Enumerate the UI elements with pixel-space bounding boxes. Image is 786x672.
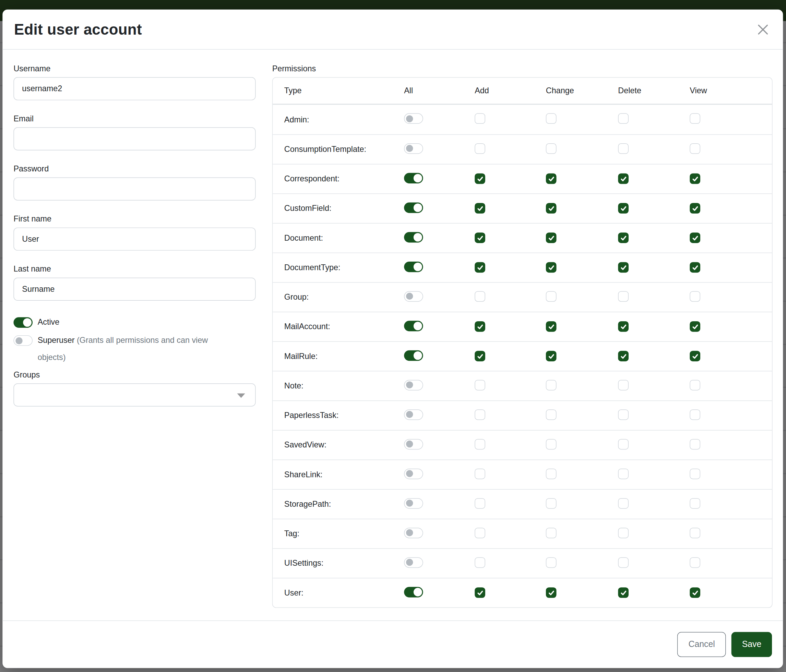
- permission-change-checkbox[interactable]: [546, 113, 556, 124]
- permission-all-toggle[interactable]: [404, 291, 423, 302]
- check-icon: [548, 264, 555, 271]
- permission-delete-checkbox[interactable]: [618, 113, 629, 124]
- permission-all-toggle[interactable]: [404, 527, 423, 538]
- permission-add-checkbox[interactable]: [475, 468, 485, 479]
- permission-add-checkbox[interactable]: [475, 291, 485, 302]
- permission-view-checkbox[interactable]: [690, 203, 700, 214]
- permission-change-checkbox[interactable]: [546, 557, 556, 568]
- permission-view-checkbox[interactable]: [690, 143, 700, 154]
- permission-view-checkbox[interactable]: [690, 113, 700, 124]
- permission-change-checkbox[interactable]: [546, 351, 556, 362]
- permission-change-checkbox[interactable]: [546, 233, 556, 243]
- permission-change-checkbox[interactable]: [546, 262, 556, 273]
- permission-change-checkbox[interactable]: [546, 380, 556, 390]
- superuser-toggle[interactable]: [13, 335, 33, 346]
- permission-change-checkbox[interactable]: [546, 527, 556, 538]
- permission-delete-checkbox[interactable]: [618, 557, 629, 568]
- permission-delete-checkbox[interactable]: [618, 468, 629, 479]
- username-input[interactable]: [13, 77, 255, 100]
- permission-add-checkbox[interactable]: [475, 409, 485, 420]
- permission-all-toggle[interactable]: [404, 439, 423, 449]
- last-name-input[interactable]: [13, 278, 255, 301]
- permission-change-checkbox[interactable]: [546, 143, 556, 154]
- permission-delete-checkbox[interactable]: [618, 291, 629, 302]
- permission-view-checkbox[interactable]: [690, 527, 700, 538]
- permission-all-toggle[interactable]: [404, 113, 423, 124]
- permission-all-toggle[interactable]: [404, 380, 423, 390]
- permission-delete-checkbox[interactable]: [618, 262, 629, 273]
- permission-view-checkbox[interactable]: [690, 321, 700, 332]
- permission-view-checkbox[interactable]: [690, 557, 700, 568]
- permission-add-checkbox[interactable]: [475, 557, 485, 568]
- cancel-button[interactable]: Cancel: [677, 632, 726, 657]
- permission-add-checkbox[interactable]: [475, 527, 485, 538]
- groups-select[interactable]: [13, 383, 255, 406]
- save-button[interactable]: Save: [731, 632, 772, 657]
- permission-view-checkbox[interactable]: [690, 351, 700, 362]
- permission-change-checkbox[interactable]: [546, 439, 556, 449]
- password-input[interactable]: [13, 177, 255, 200]
- permission-view-checkbox[interactable]: [690, 233, 700, 243]
- permission-all-toggle[interactable]: [404, 261, 423, 272]
- permission-view-checkbox[interactable]: [690, 498, 700, 509]
- permission-delete-checkbox[interactable]: [618, 588, 629, 598]
- permission-add-checkbox[interactable]: [475, 233, 485, 243]
- permission-add-checkbox[interactable]: [475, 439, 485, 449]
- permission-change-checkbox[interactable]: [546, 409, 556, 420]
- close-button[interactable]: [753, 19, 773, 39]
- permission-add-checkbox[interactable]: [475, 380, 485, 390]
- permission-delete-checkbox[interactable]: [618, 233, 629, 243]
- permission-delete-checkbox[interactable]: [618, 527, 629, 538]
- permission-add-checkbox[interactable]: [475, 143, 485, 154]
- permission-delete-checkbox[interactable]: [618, 173, 629, 184]
- permission-change-checkbox[interactable]: [546, 498, 556, 509]
- permission-delete-checkbox[interactable]: [618, 321, 629, 332]
- permission-change-checkbox[interactable]: [546, 291, 556, 302]
- permission-all-toggle[interactable]: [404, 320, 423, 331]
- active-toggle[interactable]: [13, 317, 33, 328]
- permission-delete-checkbox[interactable]: [618, 351, 629, 362]
- permission-add-checkbox[interactable]: [475, 351, 485, 362]
- first-name-input[interactable]: [13, 228, 255, 251]
- permission-view-checkbox[interactable]: [690, 409, 700, 420]
- permission-all-toggle[interactable]: [404, 409, 423, 420]
- permission-all-toggle[interactable]: [404, 587, 423, 597]
- permission-all-toggle[interactable]: [404, 468, 423, 479]
- permission-view-checkbox[interactable]: [690, 262, 700, 273]
- permission-add-checkbox[interactable]: [475, 173, 485, 184]
- permission-delete-checkbox[interactable]: [618, 439, 629, 449]
- permission-all-toggle[interactable]: [404, 232, 423, 242]
- permission-change-checkbox[interactable]: [546, 203, 556, 214]
- active-label: Active: [38, 314, 60, 331]
- permission-add-checkbox[interactable]: [475, 113, 485, 124]
- permission-all-toggle[interactable]: [404, 202, 423, 213]
- permission-view-checkbox[interactable]: [690, 439, 700, 449]
- permission-change-checkbox[interactable]: [546, 173, 556, 184]
- permission-all-toggle[interactable]: [404, 173, 423, 184]
- permission-add-checkbox[interactable]: [475, 588, 485, 598]
- permission-row: Document:: [273, 223, 772, 252]
- permission-add-checkbox[interactable]: [475, 203, 485, 214]
- permission-all-toggle[interactable]: [404, 498, 423, 509]
- permission-view-checkbox[interactable]: [690, 291, 700, 302]
- email-input[interactable]: [13, 127, 255, 150]
- permission-change-checkbox[interactable]: [546, 321, 556, 332]
- permission-add-checkbox[interactable]: [475, 321, 485, 332]
- permission-change-checkbox[interactable]: [546, 468, 556, 479]
- permission-change-checkbox[interactable]: [546, 588, 556, 598]
- permission-add-checkbox[interactable]: [475, 262, 485, 273]
- permission-view-checkbox[interactable]: [690, 173, 700, 184]
- permission-delete-checkbox[interactable]: [618, 203, 629, 214]
- col-header-add: Add: [475, 86, 546, 95]
- permission-all-toggle[interactable]: [404, 143, 423, 154]
- permission-delete-checkbox[interactable]: [618, 409, 629, 420]
- permission-add-checkbox[interactable]: [475, 498, 485, 509]
- permission-delete-checkbox[interactable]: [618, 498, 629, 509]
- permission-view-checkbox[interactable]: [690, 588, 700, 598]
- permission-delete-checkbox[interactable]: [618, 380, 629, 390]
- permission-view-checkbox[interactable]: [690, 380, 700, 390]
- permission-delete-checkbox[interactable]: [618, 143, 629, 154]
- permission-view-checkbox[interactable]: [690, 468, 700, 479]
- permission-all-toggle[interactable]: [404, 350, 423, 361]
- permission-all-toggle[interactable]: [404, 557, 423, 568]
